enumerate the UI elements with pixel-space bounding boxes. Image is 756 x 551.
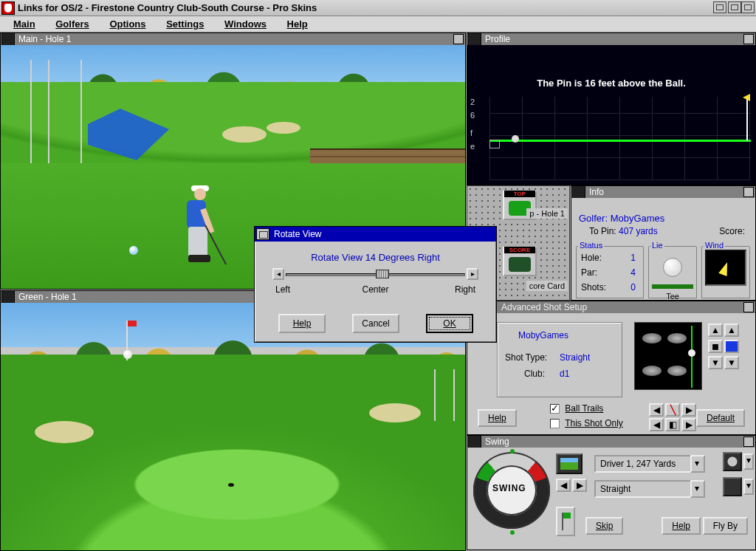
- slider-right-button[interactable]: ▸: [467, 268, 478, 280]
- main-view-titlebar[interactable]: Main - Hole 1: [1, 33, 465, 45]
- scorecard-button[interactable]: SCORE: [503, 247, 537, 276]
- green-view-title: Green - Hole 1: [18, 291, 77, 303]
- app-icon[interactable]: [1, 1, 15, 15]
- menu-golfers[interactable]: Golfers: [47, 16, 98, 32]
- green-view-icon[interactable]: [1, 290, 15, 304]
- shot-club-value: d1: [560, 369, 569, 379]
- swing-max-button[interactable]: [743, 437, 754, 447]
- shot-help-button[interactable]: Help: [478, 409, 517, 427]
- stance-diagram[interactable]: [634, 322, 702, 390]
- stance-mode-button[interactable]: [724, 340, 739, 353]
- putting-green: [119, 444, 355, 525]
- skip-button[interactable]: Skip: [585, 517, 623, 535]
- club-cycle-button[interactable]: ▾: [743, 454, 754, 470]
- stance-down-right-button[interactable]: ▼: [724, 356, 739, 369]
- menu-help[interactable]: Help: [278, 16, 317, 32]
- main-view-icon[interactable]: [1, 32, 15, 46]
- flyby-button[interactable]: Fly By: [703, 517, 748, 535]
- maximize-button[interactable]: [728, 1, 741, 13]
- shot-max-button[interactable]: [743, 302, 754, 312]
- target-flag-button[interactable]: [556, 507, 575, 536]
- bunker: [267, 122, 300, 134]
- slider-thumb[interactable]: [376, 270, 389, 278]
- menu-options[interactable]: Options: [100, 16, 154, 32]
- menu-windows[interactable]: Windows: [216, 16, 275, 32]
- lie-value: Tee: [649, 292, 696, 301]
- rotate-slider[interactable]: ◂ ▸: [272, 268, 478, 281]
- adj2-mid-button[interactable]: ◧: [665, 418, 680, 431]
- adj-cancel-button[interactable]: ╲: [665, 403, 680, 417]
- menu-main[interactable]: Main: [4, 16, 44, 32]
- camera-thumb-1[interactable]: [556, 454, 583, 474]
- club-face-icon[interactable]: [723, 452, 742, 471]
- right-foot-icon: [667, 366, 687, 376]
- info-max-button[interactable]: [743, 187, 754, 197]
- profile-titlebar[interactable]: Profile: [467, 33, 755, 45]
- aux-scorecard-caption: core Card: [526, 281, 568, 291]
- swing-icon[interactable]: [468, 435, 481, 448]
- info-title: Info: [589, 186, 604, 198]
- dialog-help-button[interactable]: Help: [278, 314, 326, 333]
- shot-titlebar[interactable]: Advanced Shot Setup: [467, 301, 755, 313]
- profile-pin-icon: [746, 98, 748, 141]
- dropdown-icon[interactable]: [690, 455, 705, 473]
- club-combo[interactable]: Driver 1, 247 Yards: [594, 455, 705, 473]
- shot-shape-cycle-button[interactable]: ▾: [743, 479, 754, 495]
- info-icon[interactable]: [572, 185, 585, 199]
- info-golfer-value: MobyGames: [611, 213, 665, 224]
- adj2-right-button[interactable]: ▶: [681, 418, 696, 431]
- swing-title: Swing: [485, 436, 509, 448]
- info-topin: To Pin: 407 yards: [589, 226, 658, 236]
- top-view-label: TOP: [504, 191, 535, 197]
- camera-prev-button[interactable]: ◀: [556, 479, 571, 492]
- close-button[interactable]: [741, 1, 755, 13]
- club-combo-value: Driver 1, 247 Yards: [600, 459, 676, 469]
- status-group: Status Hole: 1 Par: 4 Shots: 0: [576, 247, 644, 298]
- wind-group: Wind: [701, 247, 750, 298]
- pole: [453, 369, 455, 421]
- slider-left-button[interactable]: ◂: [272, 268, 284, 280]
- trajectory-icon[interactable]: [723, 477, 742, 496]
- camera-next-button[interactable]: ▶: [572, 479, 587, 492]
- profile-tee-marker: [489, 140, 500, 148]
- lie-group: Lie Tee: [648, 247, 697, 298]
- profile-max-button[interactable]: [743, 34, 754, 44]
- bunker: [222, 126, 267, 143]
- minimize-button[interactable]: [713, 1, 726, 13]
- profile-body[interactable]: The Pin is 16 feet above the Ball. 26fe: [467, 45, 755, 185]
- main-view-max-button[interactable]: [453, 34, 464, 44]
- menu-settings[interactable]: Settings: [157, 16, 213, 32]
- swing-help-button[interactable]: Help: [662, 517, 701, 535]
- adj2-left-button[interactable]: ◀: [649, 418, 664, 431]
- swing-titlebar[interactable]: Swing: [467, 436, 755, 448]
- lie-title: Lie: [650, 241, 664, 250]
- stance-ball-icon: [688, 349, 695, 357]
- profile-icon[interactable]: [468, 32, 481, 46]
- adj-right-button[interactable]: ▶: [681, 403, 696, 417]
- flag-icon: [562, 513, 563, 530]
- shot-info-frame: MobyGames Shot Type: Straight Club: d1: [497, 322, 622, 397]
- stance-reset-button[interactable]: ◼: [708, 340, 723, 353]
- shot-type-label: Shot Type:: [505, 352, 547, 363]
- ball-trails-option[interactable]: Ball Trails: [550, 403, 603, 414]
- pole: [48, 60, 49, 163]
- dialog-ok-button[interactable]: OK: [426, 314, 473, 333]
- shots-label: Shots:: [581, 282, 606, 292]
- shot-default-button[interactable]: Default: [696, 409, 745, 427]
- info-titlebar[interactable]: Info: [571, 186, 755, 198]
- shot-shape-combo[interactable]: Straight: [594, 480, 705, 498]
- this-shot-only-checkbox[interactable]: [550, 419, 560, 428]
- dropdown-icon[interactable]: [690, 480, 705, 498]
- stance-up-left-button[interactable]: ▲: [708, 324, 723, 337]
- ball-trails-checkbox[interactable]: [550, 404, 560, 414]
- dialog-titlebar[interactable]: Rotate View: [255, 227, 496, 242]
- this-shot-only-option[interactable]: This Shot Only: [550, 418, 623, 428]
- dialog-sysmenu-icon[interactable]: [256, 228, 269, 240]
- dialog-cancel-button[interactable]: Cancel: [352, 314, 399, 333]
- adj-left-button[interactable]: ◀: [649, 403, 664, 417]
- stance-down-left-button[interactable]: ▼: [708, 356, 723, 369]
- tee-marker: [129, 246, 138, 255]
- profile-ball-icon: [512, 135, 519, 143]
- stance-up-right-button[interactable]: ▲: [724, 324, 739, 337]
- shot-type-value: Straight: [560, 352, 590, 363]
